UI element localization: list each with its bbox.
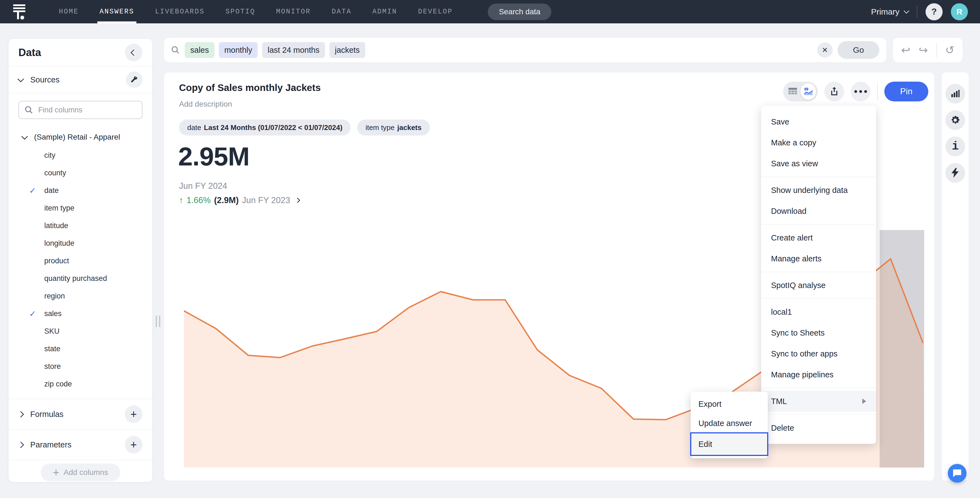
nav-item-data[interactable]: DATA — [332, 0, 352, 23]
menu-item-spotiq-analyse[interactable]: SpotIQ analyse — [761, 275, 876, 296]
menu-item-manage-alerts[interactable]: Manage alerts — [761, 248, 876, 269]
submenu-item-update-answer[interactable]: Update answer — [691, 414, 768, 433]
panel-resize-handle[interactable] — [156, 316, 160, 327]
chevron-down-icon — [904, 8, 909, 14]
nav-item-home[interactable]: HOME — [59, 0, 79, 23]
column-label: state — [44, 345, 60, 353]
nav-divider — [917, 5, 917, 18]
menu-item-local1[interactable]: local1 — [761, 301, 876, 322]
column-item[interactable]: SKU — [8, 322, 152, 340]
menu-item-show-underlying-data[interactable]: Show underlying data — [761, 180, 876, 201]
table-icon — [788, 87, 797, 96]
column-item[interactable]: state — [8, 340, 152, 358]
column-item[interactable]: city — [8, 146, 152, 164]
menu-item-label: Create alert — [771, 233, 813, 243]
column-item[interactable]: latitude — [8, 217, 152, 235]
nav-item-liveboards[interactable]: LIVEBOARDS — [155, 0, 205, 23]
spotiq-insights-button[interactable] — [945, 163, 965, 183]
share-icon — [830, 87, 839, 97]
undo-icon[interactable]: ↩ — [901, 44, 910, 56]
menu-item-save-as-view[interactable]: Save as view — [761, 153, 876, 174]
add-parameter-button[interactable]: + — [125, 436, 142, 454]
add-formula-button[interactable]: + — [125, 405, 142, 423]
column-item[interactable]: zip code — [8, 375, 152, 393]
menu-item-manage-pipelines[interactable]: Manage pipelines — [761, 364, 876, 385]
column-item[interactable]: product — [8, 252, 152, 270]
nav-item-monitor[interactable]: MONITOR — [276, 0, 311, 23]
arrow-up-icon: ↑ — [179, 195, 183, 205]
find-columns-box — [18, 101, 142, 119]
submenu-item-edit[interactable]: Edit — [691, 433, 768, 455]
kpi-value: 2.95M — [178, 141, 250, 171]
table-view-button[interactable] — [785, 83, 800, 100]
menu-item-sync-to-sheets[interactable]: Sync to Sheets — [761, 322, 876, 343]
refresh-icon[interactable]: ↺ — [945, 44, 955, 56]
filter-chip[interactable]: item typejackets — [357, 119, 430, 135]
search-token[interactable]: monthly — [219, 42, 258, 58]
chat-bubble-button[interactable] — [948, 464, 967, 483]
menu-item-download[interactable]: Download — [761, 201, 876, 222]
parameters-section[interactable]: Parameters + — [8, 429, 152, 460]
more-menu-button[interactable] — [851, 82, 870, 102]
nav-item-answers[interactable]: ANSWERS — [100, 0, 134, 23]
search-icon — [24, 106, 33, 114]
menu-item-tml[interactable]: TML — [761, 391, 876, 412]
collapse-panel-button[interactable] — [125, 44, 142, 61]
nav-item-spotiq[interactable]: SPOTIQ — [226, 0, 255, 23]
search-token[interactable]: last 24 months — [262, 42, 325, 58]
menu-item-sync-to-other-apps[interactable]: Sync to other apps — [761, 343, 876, 364]
column-item[interactable]: item type — [8, 199, 152, 217]
search-token[interactable]: sales — [185, 42, 215, 58]
settings-button[interactable] — [945, 110, 965, 130]
avatar[interactable]: R — [951, 3, 968, 20]
column-item[interactable]: region — [8, 287, 152, 305]
sources-row[interactable]: Sources — [8, 67, 152, 93]
chart-config-button[interactable] — [945, 84, 965, 104]
column-label: store — [44, 362, 61, 371]
kpi-change-row[interactable]: ↑ 1.66% (2.9M) Jun FY 2023 — [179, 195, 299, 205]
column-item[interactable]: longitude — [8, 235, 152, 252]
column-label: region — [44, 292, 65, 300]
go-button[interactable]: Go — [838, 41, 879, 59]
divider — [877, 83, 878, 100]
column-item[interactable]: ✓date — [8, 182, 152, 199]
column-item[interactable]: ✓sales — [8, 305, 152, 322]
redo-icon[interactable]: ↪ — [919, 44, 928, 56]
menu-item-make-a-copy[interactable]: Make a copy — [761, 132, 876, 153]
menu-item-create-alert[interactable]: Create alert — [761, 227, 876, 248]
menu-item-save[interactable]: Save — [761, 111, 876, 132]
find-columns-input[interactable] — [38, 106, 137, 114]
chevron-down-icon — [18, 76, 24, 82]
chart-view-button[interactable] — [800, 83, 816, 100]
column-item[interactable]: quantity purchased — [8, 270, 152, 287]
details-button[interactable]: i — [945, 136, 965, 156]
share-button[interactable] — [824, 82, 844, 102]
formulas-label: Formulas — [30, 410, 118, 419]
nav-item-develop[interactable]: DEVELOP — [418, 0, 453, 23]
org-name: Primary — [871, 7, 899, 16]
clear-search-button[interactable]: ✕ — [817, 42, 833, 58]
column-item[interactable]: county — [8, 164, 152, 182]
add-description[interactable]: Add description — [179, 100, 232, 109]
table-node[interactable]: (Sample) Retail - Apparel — [22, 133, 142, 141]
nav-item-admin[interactable]: ADMIN — [372, 0, 397, 23]
add-columns-button[interactable]: + Add columns — [41, 464, 120, 481]
manage-sources-button[interactable] — [126, 71, 142, 88]
thoughtspot-logo[interactable] — [12, 4, 26, 20]
formulas-section[interactable]: Formulas + — [8, 399, 152, 429]
filter-chip[interactable]: dateLast 24 Months (01/07/2022 < 01/07/2… — [179, 119, 351, 135]
info-icon: i — [952, 140, 959, 153]
search-tokens[interactable]: salesmonthlylast 24 monthsjackets — [185, 42, 812, 58]
search-data-button[interactable]: Search data — [488, 3, 551, 20]
submenu-item-export[interactable]: Export — [691, 394, 768, 414]
help-button[interactable]: ? — [926, 3, 943, 20]
table-chart-toggle[interactable] — [783, 82, 818, 102]
column-item[interactable]: store — [8, 358, 152, 375]
menu-item-delete[interactable]: Delete — [761, 417, 876, 438]
pin-button[interactable]: Pin — [884, 82, 928, 102]
search-token[interactable]: jackets — [329, 42, 365, 58]
answer-title[interactable]: Copy of Sales monthly Jackets — [179, 82, 321, 93]
chart-icon — [804, 87, 813, 96]
search-bar[interactable]: salesmonthlylast 24 monthsjackets ✕ Go — [164, 37, 887, 63]
org-switcher[interactable]: Primary — [871, 7, 908, 16]
